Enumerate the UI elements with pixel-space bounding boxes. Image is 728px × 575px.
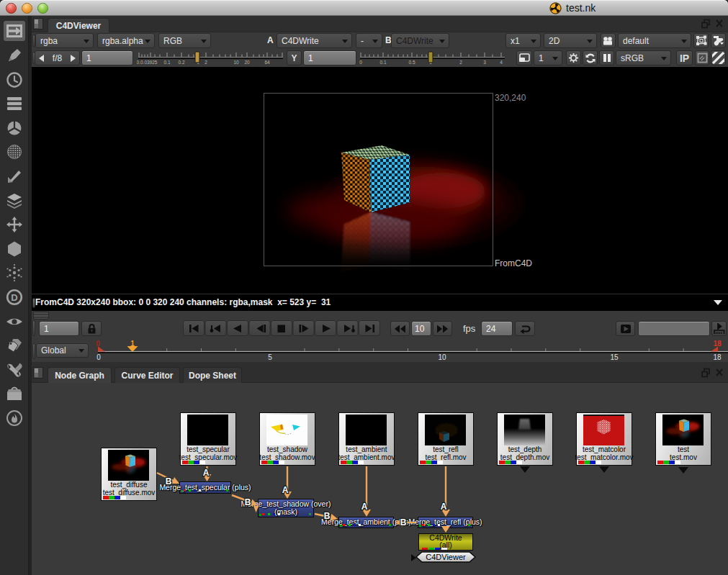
svg-text:FromC4D: FromC4D (495, 258, 532, 268)
svg-text:15: 15 (610, 353, 619, 361)
svg-text:0.2: 0.2 (178, 60, 184, 65)
svg-text:0: 0 (96, 353, 101, 361)
svg-text:B: B (400, 517, 407, 528)
svg-text:18: 18 (713, 353, 722, 361)
svg-text:A: A (203, 468, 210, 478)
svg-text:10: 10 (233, 60, 239, 65)
svg-text:64: 64 (264, 60, 270, 65)
svg-text:10: 10 (438, 353, 446, 361)
svg-text:20: 20 (244, 60, 250, 65)
svg-text:0.5: 0.5 (408, 60, 415, 65)
svg-text:D: D (11, 292, 17, 303)
svg-text:A: A (361, 502, 368, 512)
svg-text:5: 5 (268, 353, 272, 361)
svg-text:320,240: 320,240 (495, 93, 526, 103)
svg-text:2: 2 (459, 60, 462, 65)
svg-text:0: 0 (359, 60, 362, 65)
svg-text:0.0.03925: 0.0.03925 (137, 60, 158, 65)
svg-text:0.1: 0.1 (379, 60, 386, 65)
svg-text:18: 18 (713, 340, 722, 348)
svg-text:2: 2 (205, 60, 207, 65)
svg-text:B: B (166, 476, 172, 486)
svg-text:A: A (441, 502, 447, 512)
svg-text:B: B (324, 511, 331, 521)
svg-text:0: 0 (96, 340, 100, 348)
svg-text:3: 3 (483, 60, 486, 65)
svg-text:4: 4 (500, 60, 503, 65)
svg-text:B: B (245, 497, 251, 507)
svg-text:0.1: 0.1 (163, 60, 170, 65)
svg-text:1: 1 (130, 340, 135, 348)
svg-text:A: A (282, 485, 289, 495)
